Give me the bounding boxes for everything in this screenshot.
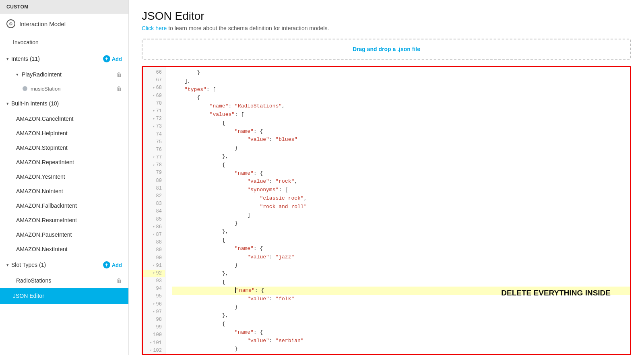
json-editor[interactable]: 6667▾68▾6970▾71▾72▾73747576▾77▾787980818… bbox=[142, 66, 631, 355]
fold-arrow[interactable]: ▾ bbox=[153, 301, 155, 307]
fold-arrow[interactable]: ▾ bbox=[153, 232, 155, 237]
code-line: "value": "blues" bbox=[172, 136, 630, 144]
code-line: ] bbox=[172, 211, 630, 220]
subtitle-text: to learn more about the schema definitio… bbox=[168, 25, 329, 31]
code-line: } bbox=[172, 69, 630, 77]
add-intent-button[interactable]: + Add bbox=[103, 55, 122, 62]
intent-label: AMAZON.YesIntent bbox=[16, 173, 65, 180]
code-line: "name": { bbox=[172, 328, 630, 337]
line-number: 79 bbox=[143, 169, 165, 177]
fold-arrow[interactable]: ▾ bbox=[153, 163, 155, 168]
line-number: ▾87 bbox=[143, 231, 165, 239]
sidebar-item-amazon-helpintent[interactable]: AMAZON.HelpIntent bbox=[0, 126, 128, 140]
sidebar-item-radio-stations[interactable]: RadioStations 🗑 bbox=[0, 273, 128, 288]
sidebar-item-amazon-repeatintent[interactable]: AMAZON.RepeatIntent bbox=[0, 155, 128, 169]
schema-link[interactable]: Click here bbox=[142, 25, 167, 31]
sidebar-item-amazon-pauseintent[interactable]: AMAZON.PauseIntent bbox=[0, 227, 128, 242]
code-line: "types": [ bbox=[172, 86, 630, 94]
code-line: "name": { bbox=[172, 245, 630, 253]
built-in-intents-list: AMAZON.CancelIntentAMAZON.HelpIntentAMAZ… bbox=[0, 111, 128, 256]
code-line: { bbox=[172, 161, 630, 169]
add-slot-type-button[interactable]: + Add bbox=[103, 261, 122, 268]
line-number: ▾72 bbox=[143, 115, 165, 123]
sidebar-item-amazon-resumeintent[interactable]: AMAZON.ResumeIntent bbox=[0, 213, 128, 227]
add-slot-type-label: Add bbox=[112, 262, 122, 268]
fold-arrow[interactable]: ▾ bbox=[153, 124, 155, 130]
line-number: 89 bbox=[143, 246, 165, 254]
code-line: { bbox=[172, 119, 630, 128]
drop-zone[interactable]: Drag and drop a .json file bbox=[142, 39, 631, 60]
intent-label: AMAZON.NextIntent bbox=[16, 246, 68, 252]
fold-arrow[interactable]: ▾ bbox=[153, 309, 155, 315]
sidebar-item-amazon-cancelintent[interactable]: AMAZON.CancelIntent bbox=[0, 111, 128, 126]
line-number: 94 bbox=[143, 285, 165, 293]
line-number: 84 bbox=[143, 208, 165, 215]
line-number: ▾78 bbox=[143, 161, 165, 169]
fold-arrow[interactable]: ▾ bbox=[153, 116, 155, 122]
line-number: ▾73 bbox=[143, 123, 165, 130]
line-number: ▾77 bbox=[143, 154, 165, 161]
fold-arrow[interactable]: ▾ bbox=[150, 340, 152, 346]
sidebar-group-intents[interactable]: ▾ Intents (11) + Add bbox=[0, 50, 128, 67]
editor-inner: 6667▾68▾6970▾71▾72▾73747576▾77▾787980818… bbox=[143, 67, 630, 354]
code-content[interactable]: } ], "types": [ { "name": "RadioStations… bbox=[165, 67, 630, 354]
line-number: 93 bbox=[143, 277, 165, 285]
code-line: "value": "folk" bbox=[172, 295, 630, 303]
plus-icon: + bbox=[103, 55, 110, 62]
sidebar-item-play-radio-intent[interactable]: ▾ PlayRadioIntent 🗑 bbox=[0, 67, 128, 82]
code-line: }, bbox=[172, 353, 630, 354]
line-number: 74 bbox=[143, 131, 165, 138]
sidebar-item-invocation[interactable]: Invocation bbox=[0, 34, 128, 50]
code-line: "name": "RadioStations", bbox=[172, 102, 630, 111]
sidebar-item-music-station[interactable]: musicStation 🗑 bbox=[0, 82, 128, 95]
line-number: ▾69 bbox=[143, 92, 165, 100]
code-line: } bbox=[172, 303, 630, 312]
delete-radio-stations-icon[interactable]: 🗑 bbox=[116, 277, 122, 284]
intents-label: Intents (11) bbox=[11, 56, 40, 62]
chevron-down-icon: ▾ bbox=[6, 262, 9, 268]
sidebar-item-amazon-nextintent[interactable]: AMAZON.NextIntent bbox=[0, 242, 128, 256]
code-line: { bbox=[172, 236, 630, 245]
fold-arrow[interactable]: ▾ bbox=[153, 263, 155, 268]
intent-label: AMAZON.RepeatIntent bbox=[16, 159, 74, 165]
page-title: JSON Editor bbox=[142, 10, 631, 23]
radio-stations-label: RadioStations bbox=[16, 277, 51, 284]
code-line: "name": { bbox=[172, 169, 630, 178]
line-number: 82 bbox=[143, 192, 165, 200]
code-line: "name": { bbox=[172, 287, 630, 295]
gear-icon: ⚙ bbox=[6, 19, 15, 28]
delete-play-radio-intent-icon[interactable]: 🗑 bbox=[116, 71, 122, 78]
fold-arrow[interactable]: ▾ bbox=[153, 155, 155, 160]
code-line: } bbox=[172, 219, 630, 228]
fold-arrow[interactable]: ▾ bbox=[153, 85, 155, 91]
line-number: ▾71 bbox=[143, 107, 165, 115]
editor-wrapper: 6667▾68▾6970▾71▾72▾73747576▾77▾787980818… bbox=[142, 66, 631, 355]
fold-arrow[interactable]: ▾ bbox=[153, 108, 155, 114]
sidebar-item-json-editor[interactable]: JSON Editor bbox=[0, 288, 128, 304]
delete-music-station-icon[interactable]: 🗑 bbox=[116, 85, 122, 92]
fold-arrow[interactable]: ▾ bbox=[153, 270, 155, 276]
fold-arrow[interactable]: ▾ bbox=[153, 224, 155, 230]
line-number: 81 bbox=[143, 185, 165, 192]
fold-arrow[interactable]: ▾ bbox=[150, 348, 152, 353]
line-number: 88 bbox=[143, 239, 165, 246]
music-station-label: musicStation bbox=[31, 86, 60, 92]
sidebar-item-amazon-stopintent[interactable]: AMAZON.StopIntent bbox=[0, 140, 128, 155]
code-line: "value": "rock", bbox=[172, 178, 630, 186]
line-number: 76 bbox=[143, 146, 165, 154]
sidebar-item-interaction-model[interactable]: ⚙ Interaction Model bbox=[0, 14, 128, 34]
fold-arrow[interactable]: ▾ bbox=[153, 93, 155, 99]
code-line: { bbox=[172, 320, 630, 328]
sidebar-group-slot-types[interactable]: ▾ Slot Types (1) + Add bbox=[0, 256, 128, 273]
add-intent-label: Add bbox=[112, 56, 122, 62]
slot-dot-icon bbox=[23, 86, 27, 91]
line-number: ▾96 bbox=[143, 301, 165, 308]
sidebar-item-amazon-nointent[interactable]: AMAZON.NoIntent bbox=[0, 184, 128, 198]
sidebar-item-amazon-yesintent[interactable]: AMAZON.YesIntent bbox=[0, 169, 128, 184]
line-number: 80 bbox=[143, 177, 165, 185]
code-line: { bbox=[172, 94, 630, 102]
sidebar-item-amazon-fallbackintent[interactable]: AMAZON.FallbackIntent bbox=[0, 198, 128, 213]
chevron-down-icon: ▾ bbox=[6, 56, 9, 62]
line-number: 67 bbox=[143, 76, 165, 84]
sidebar-group-built-in-intents[interactable]: ▾ Built-In Intents (10) bbox=[0, 95, 128, 111]
